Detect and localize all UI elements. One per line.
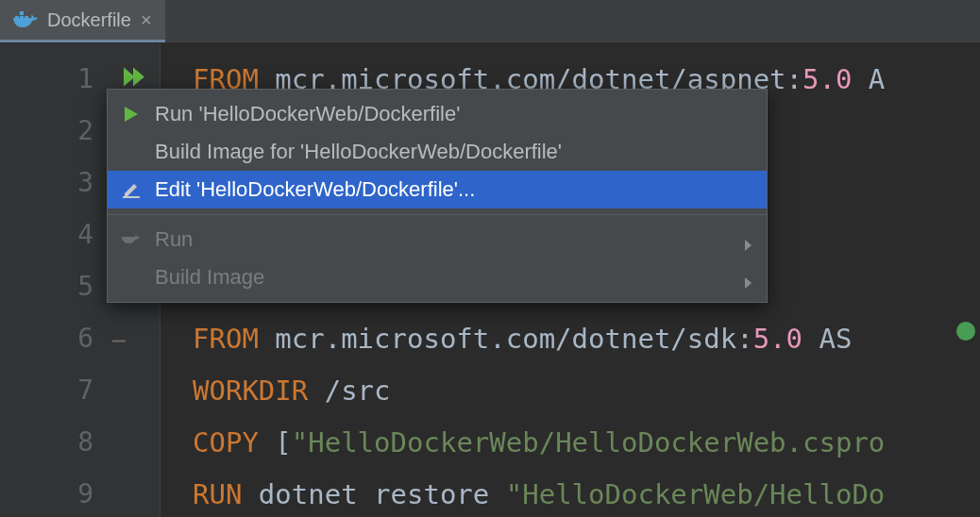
code-line: COPY ["HelloDockerWeb/HelloDockerWeb.csp… — [193, 416, 980, 468]
line-number: 8 — [0, 416, 160, 468]
menu-run-sub[interactable]: Run — [108, 221, 767, 258]
menu-separator — [108, 214, 767, 215]
fold-icon[interactable] — [112, 323, 126, 354]
menu-edit-config[interactable]: Edit 'HelloDockerWeb/Dockerfile'... — [108, 171, 767, 208]
menu-label: Build Image — [155, 265, 736, 290]
line-number: 9 — [0, 468, 160, 517]
svg-rect-3 — [20, 11, 24, 15]
code-line: RUN dotnet restore "HelloDockerWeb/Hello… — [193, 468, 980, 517]
menu-build-sub[interactable]: Build Image — [108, 258, 767, 296]
tab-bar: Dockerfile × — [0, 0, 980, 43]
menu-label: Run 'HelloDockerWeb/Dockerfile' — [155, 102, 750, 126]
svg-rect-6 — [123, 196, 140, 198]
tab-title: Dockerfile — [47, 9, 131, 31]
menu-label: Run — [155, 227, 736, 252]
svg-rect-4 — [112, 340, 126, 342]
pencil-icon — [121, 181, 142, 198]
close-icon[interactable]: × — [141, 10, 152, 29]
menu-label: Edit 'HelloDockerWeb/Dockerfile'... — [155, 177, 750, 202]
docker-run-icon — [121, 232, 142, 247]
code-line: FROM mcr.microsoft.com/dotnet/sdk:5.0 AS — [193, 312, 980, 364]
line-number: 6 — [0, 312, 160, 364]
play-icon — [121, 107, 142, 122]
menu-build-image[interactable]: Build Image for 'HelloDockerWeb/Dockerfi… — [108, 133, 767, 171]
menu-run[interactable]: Run 'HelloDockerWeb/Dockerfile' — [108, 95, 767, 133]
line-number: 7 — [0, 364, 160, 416]
svg-point-5 — [956, 322, 975, 341]
docker-icon — [13, 8, 38, 32]
code-line: WORKDIR /src — [193, 364, 980, 416]
hint-icon[interactable] — [955, 321, 976, 345]
context-menu: Run 'HelloDockerWeb/Dockerfile' Build Im… — [107, 89, 768, 303]
tab-dockerfile[interactable]: Dockerfile × — [0, 0, 165, 42]
menu-label: Build Image for 'HelloDockerWeb/Dockerfi… — [155, 140, 750, 164]
